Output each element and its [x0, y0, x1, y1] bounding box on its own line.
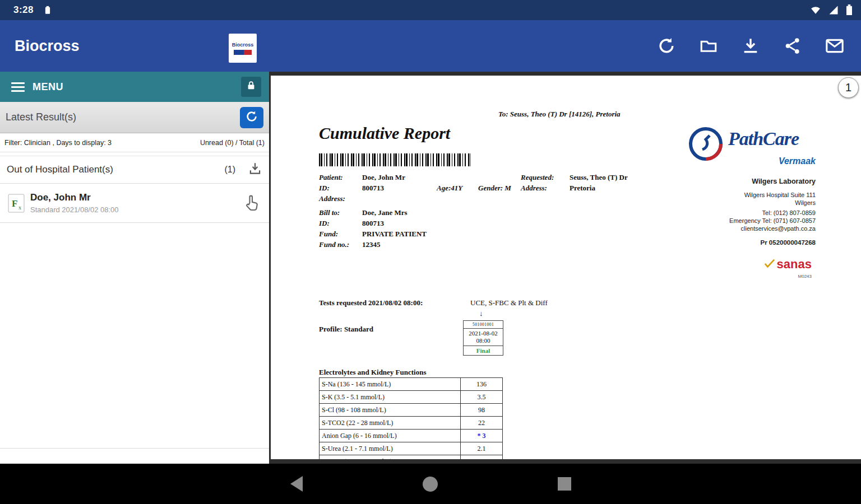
sample-time: 08:00: [476, 337, 490, 344]
download-icon[interactable]: [740, 35, 761, 57]
fund-label: Fund:: [319, 230, 338, 239]
test-value: 98: [461, 404, 503, 417]
lab-address-block: Wilgers Laboratory Wilgers Hospital Suit…: [729, 178, 816, 246]
menu-label: MENU: [33, 81, 63, 93]
android-nav-bar: [0, 464, 861, 504]
fund-value: PRIVATE PATIENT: [362, 230, 427, 239]
svg-text:x: x: [18, 204, 21, 211]
test-name: Anion Gap (6 - 16 mmol/L): [320, 430, 461, 442]
tests-requested-value: UCE, S-FBC & Plt & Diff: [470, 298, 548, 307]
sample-datetime: 2021-08-02 08:00: [464, 329, 503, 346]
pathcare-brand: PathCare: [728, 128, 799, 150]
sanas-accreditation: sanas M0243: [764, 257, 812, 279]
fundno-label: Fund no.:: [319, 240, 349, 249]
section-title: Out of Hospital Patient(s): [7, 164, 113, 175]
results-table-body: S-Na (136 - 145 mmol/L)136S-K (3.5 - 5.1…: [320, 378, 503, 460]
refresh-icon: [245, 110, 258, 125]
test-value: 22: [461, 417, 503, 430]
billto-label: Bill to:: [319, 208, 340, 217]
nav-recents-button[interactable]: [558, 477, 571, 491]
sample-column-header: 501001001 2021-08-02 08:00 Final: [463, 320, 503, 356]
requested-address-value: Pretoria: [570, 184, 595, 193]
report-page[interactable]: To: Seuss, Theo (T) Dr [14126], Pretoria…: [271, 76, 861, 459]
folder-icon[interactable]: [698, 35, 719, 57]
result-row: S-Urea (2.1 - 7.1 mmol/L)2.1: [320, 442, 503, 455]
result-row: S-TCO2 (22 - 28 mmol/L)22: [320, 417, 503, 430]
profile-label: Profile: Standard: [319, 325, 373, 334]
billto-value: Doe, Jane Mrs: [362, 208, 408, 217]
patient-label: Patient:: [319, 173, 343, 182]
results-table: S-Na (136 - 145 mmol/L)136S-K (3.5 - 5.1…: [319, 377, 503, 459]
refresh-icon[interactable]: [656, 35, 677, 57]
app-title: Biocross: [15, 38, 80, 55]
section-count: (1): [224, 165, 235, 175]
sanas-check-icon: [764, 258, 775, 270]
body-area: MENU Latest Result(s) Filter: Clinician: [0, 72, 861, 464]
test-value: 2.1: [461, 442, 503, 455]
result-file-icon: Fx: [8, 194, 25, 213]
requested-label: Requested:: [521, 173, 554, 182]
patient-value: Doe, John Mr: [362, 173, 405, 182]
lock-button[interactable]: [241, 77, 261, 97]
result-row: S-Na (136 - 145 mmol/L)136: [320, 378, 503, 391]
svg-text:F: F: [12, 198, 17, 209]
latest-results-label: Latest Result(s): [6, 111, 76, 123]
test-name: S-K (3.5 - 5.1 mmol/L): [320, 391, 461, 404]
lab-address-1: Wilgers Hospital Suite 111: [729, 191, 816, 199]
tap-hand-icon: [242, 193, 261, 216]
results-section-title: Electrolytes and Kidney Functions: [319, 368, 427, 377]
app-logo: Biocross: [229, 34, 257, 63]
lab-practice-number: Pr 0520000047268: [729, 239, 816, 246]
signal-icon: [827, 4, 840, 16]
results-refresh-button[interactable]: [240, 107, 263, 128]
nav-back-button[interactable]: [290, 476, 303, 492]
hamburger-icon: [11, 82, 25, 92]
fundno-value: 12345: [362, 240, 381, 249]
result-row: S-Cl (98 - 108 mmol/L)98: [320, 404, 503, 417]
mail-icon[interactable]: [824, 35, 845, 57]
filter-text: Filter: Clinician , Days to display: 3: [4, 139, 112, 147]
app-bar: Biocross Biocross: [0, 20, 861, 72]
test-name: S-Creat (62 - 115 umol/L): [320, 455, 461, 460]
unread-total-text: Unread (0) / Total (1): [200, 139, 265, 147]
app-bar-actions: [656, 20, 845, 72]
requested-address-label: Address:: [521, 184, 547, 193]
pathcare-logo-icon: [688, 126, 724, 162]
report-addressee: To: Seuss, Theo (T) Dr [14126], Pretoria: [498, 110, 621, 119]
menu-button[interactable]: MENU: [11, 81, 63, 93]
patient-name: Doe, John Mr: [30, 192, 119, 203]
sidebar: MENU Latest Result(s) Filter: Clinician: [0, 72, 269, 464]
lock-icon: [246, 80, 257, 94]
requested-value: Seuss, Theo (T) Dr: [570, 173, 628, 182]
nav-home-button[interactable]: [423, 477, 438, 492]
result-row: S-Creat (62 - 115 umol/L)62: [320, 455, 503, 460]
lab-name: Wilgers Laboratory: [729, 178, 816, 185]
test-name: S-Na (136 - 145 mmol/L): [320, 378, 461, 391]
test-value: 136: [461, 378, 503, 391]
test-name: S-TCO2 (22 - 28 mmol/L): [320, 417, 461, 430]
test-name: S-Cl (98 - 108 mmol/L): [320, 404, 461, 417]
screen: 3:28 Biocross Biocross: [0, 0, 861, 504]
latest-results-bar: Latest Result(s): [0, 102, 269, 133]
section-download-icon[interactable]: [248, 161, 262, 178]
patient-list-item[interactable]: Fx Doe, John Mr Standard 2021/08/02 08:0…: [0, 184, 269, 223]
barcode: [319, 153, 470, 166]
section-out-of-hospital: Out of Hospital Patient(s) (1): [0, 156, 269, 184]
down-arrow-glyph: ↓: [479, 309, 483, 318]
wifi-icon: [809, 4, 822, 16]
report-title: Cumulative Report: [319, 124, 450, 143]
lab-address-2: Wilgers: [729, 199, 816, 207]
test-value: 62: [461, 455, 503, 460]
test-value: 3.5: [461, 391, 503, 404]
result-row: Anion Gap (6 - 16 mmol/L)* 3: [320, 430, 503, 442]
status-time: 3:28: [13, 4, 34, 16]
sample-number: 501001001: [464, 321, 503, 329]
gender-value: Gender: M: [478, 184, 511, 193]
billto-id-label: ID:: [319, 219, 330, 228]
age-value: Age:41Y: [437, 184, 462, 193]
status-bar: 3:28: [0, 0, 861, 20]
sidebar-bottom-divider: [0, 448, 269, 449]
share-icon[interactable]: [782, 35, 803, 57]
lab-emergency-tel: Emergency Tel: (071) 607-0857: [729, 217, 816, 225]
filter-row: Filter: Clinician , Days to display: 3 U…: [0, 133, 269, 152]
